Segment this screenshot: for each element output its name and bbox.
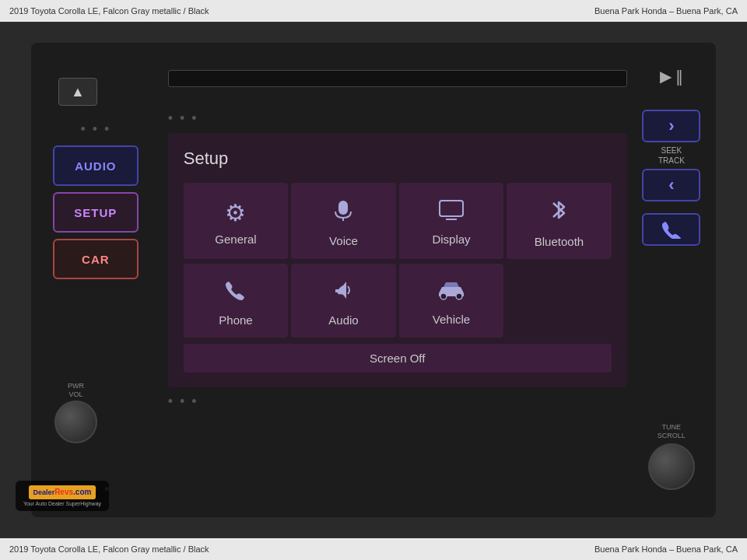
setup-item-audio[interactable]: Audio bbox=[291, 264, 396, 338]
vehicle-label: Vehicle bbox=[433, 313, 470, 326]
seek-track-label: SEEKTRACK bbox=[658, 145, 685, 166]
vehicle-icon bbox=[436, 279, 467, 306]
play-pause-button[interactable]: ▶ ‖ bbox=[640, 62, 703, 90]
dealer-watermark: DealerRevs.com Your Auto Dealer SuperHig… bbox=[16, 481, 109, 511]
tune-scroll-label: TUNESCROLL bbox=[658, 423, 686, 440]
bluetooth-icon bbox=[549, 197, 568, 229]
bluetooth-label: Bluetooth bbox=[535, 235, 584, 248]
dots-top: • • • bbox=[80, 121, 110, 138]
pwr-vol-knob[interactable] bbox=[54, 401, 97, 443]
seek-prev-button[interactable]: ‹ bbox=[642, 169, 700, 201]
top-bar-left: 2019 Toyota Corolla LE, Falcon Gray meta… bbox=[9, 6, 209, 16]
phone-setup-label: Phone bbox=[219, 313, 252, 327]
display-label: Display bbox=[432, 233, 470, 246]
pwr-vol-label: PWRVOL bbox=[68, 382, 84, 399]
dealer-tagline: Your Auto Dealer SuperHighway bbox=[23, 501, 101, 506]
setup-item-general[interactable]: ⚙ General bbox=[184, 183, 289, 259]
left-controls: ▲ • • • AUDIO SETUP CAR • • • PWRVOL bbox=[39, 54, 153, 506]
dots-center-left: • • • bbox=[168, 110, 198, 127]
cd-slot bbox=[168, 70, 627, 87]
voice-icon bbox=[331, 198, 356, 228]
infotainment-screen: Setup ⚙ General bbox=[168, 133, 627, 387]
seek-track-section: › SEEKTRACK ‹ bbox=[642, 110, 700, 201]
audio-setup-icon bbox=[331, 278, 355, 307]
setup-item-phone[interactable]: Phone bbox=[184, 264, 289, 338]
phone-button[interactable] bbox=[642, 213, 700, 246]
seek-next-button[interactable]: › bbox=[642, 110, 700, 142]
right-controls: ▶ ‖ › SEEKTRACK ‹ TUNESCROLL bbox=[635, 54, 708, 506]
audio-nav-button[interactable]: AUDIO bbox=[53, 145, 139, 186]
dots-bottom-center: • • • bbox=[168, 394, 198, 410]
pwr-vol-control: PWRVOL bbox=[54, 382, 97, 443]
display-icon bbox=[438, 199, 465, 226]
setup-grid-row1: ⚙ General Voice bbox=[184, 183, 612, 259]
svg-point-5 bbox=[440, 293, 447, 299]
setup-item-bluetooth[interactable]: Bluetooth bbox=[507, 183, 612, 259]
bottom-bar: 2019 Toyota Corolla LE, Falcon Gray meta… bbox=[0, 538, 747, 560]
general-label: General bbox=[215, 233, 256, 246]
eject-button[interactable]: ▲ bbox=[58, 78, 97, 106]
general-icon: ⚙ bbox=[225, 199, 246, 226]
top-bar: 2019 Toyota Corolla LE, Falcon Gray meta… bbox=[0, 0, 747, 22]
setup-item-display[interactable]: Display bbox=[399, 183, 504, 259]
phone-setup-icon bbox=[224, 278, 247, 307]
screen-off-row: Screen Off bbox=[184, 341, 612, 376]
screen-off-button[interactable]: Screen Off bbox=[184, 344, 612, 373]
head-unit: ▲ • • • AUDIO SETUP CAR • • • PWRVOL bbox=[31, 43, 716, 517]
svg-rect-0 bbox=[338, 201, 348, 215]
tune-scroll-knob[interactable] bbox=[648, 443, 695, 490]
top-bar-right: Buena Park Honda – Buena Park, CA bbox=[594, 6, 738, 16]
svg-point-6 bbox=[456, 293, 462, 299]
audio-setup-label: Audio bbox=[328, 313, 358, 327]
nav-buttons: AUDIO SETUP CAR bbox=[53, 145, 139, 279]
setup-item-voice[interactable]: Voice bbox=[291, 183, 396, 259]
car-nav-button[interactable]: CAR bbox=[53, 239, 139, 279]
bottom-bar-right: Buena Park Honda – Buena Park, CA bbox=[594, 544, 738, 554]
bottom-bar-left: 2019 Toyota Corolla LE, Falcon Gray meta… bbox=[9, 544, 209, 554]
svg-rect-2 bbox=[440, 201, 463, 216]
screen-title: Setup bbox=[184, 149, 612, 169]
setup-item-vehicle[interactable]: Vehicle bbox=[399, 264, 504, 338]
setup-grid-row2: Phone Audio bbox=[184, 264, 612, 338]
center-area: • • • Setup ⚙ General bbox=[153, 54, 635, 506]
dealer-logo-text: DealerRevs.com bbox=[33, 488, 92, 496]
empty-cell bbox=[507, 264, 612, 338]
main-content: ▲ • • • AUDIO SETUP CAR • • • PWRVOL bbox=[0, 22, 747, 538]
setup-nav-button[interactable]: SETUP bbox=[53, 192, 139, 233]
voice-label: Voice bbox=[329, 234, 358, 247]
tune-scroll-control: TUNESCROLL bbox=[648, 423, 695, 490]
